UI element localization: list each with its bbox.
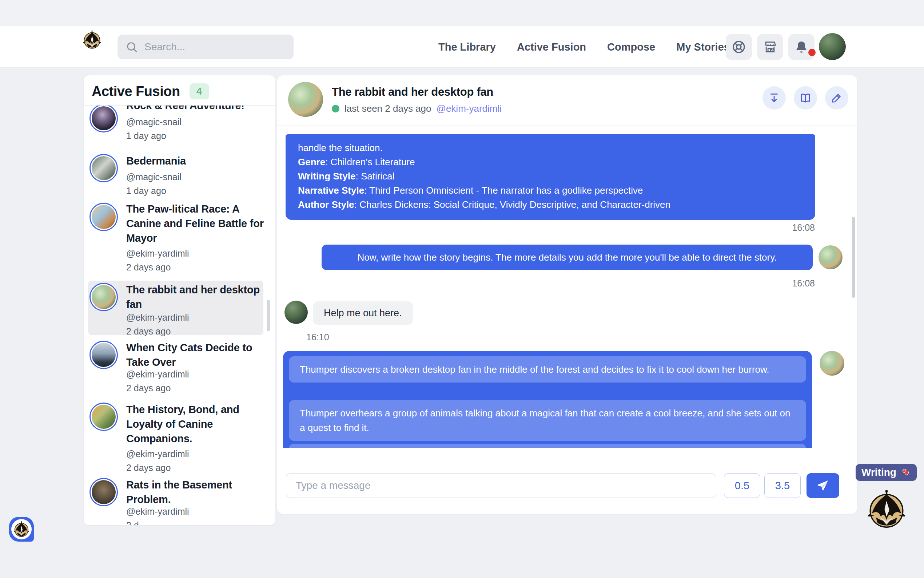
chat-status: last seen 2 days ago @ekim-yardimli <box>332 103 502 114</box>
open-book-icon <box>799 92 812 104</box>
notifications-button[interactable] <box>788 34 814 60</box>
paper-plane-icon <box>816 479 829 492</box>
temperature-high-button[interactable]: 3.5 <box>764 473 801 498</box>
message-bubble-user: Help me out here. <box>313 301 413 325</box>
story-avatar <box>89 203 118 231</box>
chat-widget-button[interactable] <box>9 517 34 542</box>
download-icon <box>768 92 780 104</box>
nav-item-my-stories[interactable]: My Stories <box>676 41 730 53</box>
sidebar-header: Active Fusion 4 <box>92 83 209 99</box>
story-user: @ekim-yardimli <box>126 248 269 259</box>
assistant-logo-button[interactable] <box>866 489 907 529</box>
message-input[interactable] <box>286 473 716 498</box>
story-time: 2 d <box>126 520 269 525</box>
timestamp: 16:08 <box>792 278 815 289</box>
message-line: Writing Style: Satirical <box>298 169 803 183</box>
story-avatar <box>89 283 118 311</box>
story-time: 2 days ago <box>126 462 269 473</box>
story-time: 2 days ago <box>126 326 269 337</box>
story-title: The Paw-litical Race: A Canine and Felin… <box>126 201 269 245</box>
sidebar-scrollbar[interactable] <box>267 300 270 331</box>
story-title: Bedermania <box>126 154 269 168</box>
user-message-avatar <box>285 300 308 324</box>
main-nav: The Library Active Fusion Compose My Sto… <box>439 26 730 68</box>
chat-title: The rabbit and her desktop fan <box>332 86 493 99</box>
chat-widget-logo <box>11 519 32 539</box>
notification-badge <box>808 49 816 56</box>
sidebar-title: Active Fusion <box>92 84 180 99</box>
temperature-low-button[interactable]: 0.5 <box>724 473 760 498</box>
message-bubble-prompt: Now, write how the story begins. The mor… <box>322 245 813 270</box>
read-story-button[interactable] <box>794 86 817 110</box>
story-time: 1 day ago <box>126 130 269 141</box>
lifebuoy-icon <box>731 40 746 54</box>
nav-item-compose[interactable]: Compose <box>607 41 655 53</box>
story-title: The rabbit and her desktop fan <box>126 283 269 312</box>
story-user: @magic-snail <box>126 171 269 182</box>
story-title: When City Cats Decide to Take Over <box>126 340 269 369</box>
story-avatar <box>89 106 118 133</box>
bell-icon <box>794 40 809 54</box>
story-user: @magic-snail <box>126 117 269 127</box>
story-avatar <box>89 403 118 431</box>
story-user: @ekim-yardimli <box>126 312 269 323</box>
story-user: @ekim-yardimli <box>126 369 269 380</box>
message-list: handle the situation. Genre: Children's … <box>277 126 857 448</box>
conversation-list: Rock & Reel Adventure! @magic-snail 1 da… <box>84 106 275 525</box>
send-button[interactable] <box>806 473 839 498</box>
message-line: handle the situation. <box>298 141 803 155</box>
story-title: Rock & Reel Adventure! <box>126 106 269 113</box>
timestamp: 16:10 <box>306 332 329 343</box>
story-title: Rats in the Basement Problem. <box>126 477 269 507</box>
bot-avatar <box>819 245 843 270</box>
search-box[interactable] <box>118 34 294 59</box>
writing-status-badge[interactable]: Writing <box>856 464 917 481</box>
conversation-count-badge: 4 <box>189 83 209 99</box>
export-button[interactable] <box>762 86 786 110</box>
search-icon <box>126 41 138 53</box>
top-navbar: The Library Active Fusion Compose My Sto… <box>0 26 924 68</box>
story-time: 2 days ago <box>126 383 269 393</box>
suggestion-option-clipped[interactable] <box>289 444 806 448</box>
chat-avatar[interactable] <box>288 82 323 117</box>
message-line: Genre: Children's Literature <box>298 155 803 169</box>
app-logo-icon <box>13 521 30 537</box>
story-title: The History, Bond, and Loyalty of Canine… <box>126 402 269 446</box>
online-dot <box>332 105 340 112</box>
nav-item-active-fusion[interactable]: Active Fusion <box>517 41 586 53</box>
conversation-sidebar: Active Fusion 4 Rock & Reel Adventure! @… <box>84 75 275 525</box>
author-link[interactable]: @ekim-yardimli <box>437 103 502 114</box>
storefront-icon <box>763 40 777 54</box>
top-strip <box>0 0 924 26</box>
user-avatar[interactable] <box>819 33 846 60</box>
suggestion-option[interactable]: Thumper overhears a group of animals tal… <box>289 400 806 441</box>
suggestions-group: Thumper discovers a broken desktop fan i… <box>283 351 812 448</box>
message-line: Author Style: Charles Dickens: Social Cr… <box>298 198 803 212</box>
writing-label: Writing <box>861 467 896 478</box>
story-avatar <box>89 478 118 506</box>
edit-button[interactable] <box>825 86 848 110</box>
hearts-icon <box>900 467 911 478</box>
timestamp: 16:08 <box>792 222 815 233</box>
story-user: @ekim-yardimli <box>126 448 269 459</box>
help-button[interactable] <box>726 34 752 60</box>
store-button[interactable] <box>757 34 783 60</box>
chat-panel: The rabbit and her desktop fan last seen… <box>277 75 857 514</box>
chat-scrollbar[interactable] <box>852 217 855 298</box>
pencil-icon <box>830 92 843 104</box>
story-time: 2 days ago <box>126 262 269 273</box>
suggestion-option[interactable]: Thumper discovers a broken desktop fan i… <box>289 356 806 383</box>
last-seen-text: last seen 2 days ago <box>345 103 432 114</box>
story-avatar <box>89 341 118 369</box>
story-time: 1 day ago <box>126 185 269 196</box>
message-line: Narrative Style: Third Person Omniscient… <box>298 183 803 198</box>
story-avatar <box>89 154 118 182</box>
app-logo-icon[interactable] <box>82 30 102 49</box>
search-input[interactable] <box>144 41 286 53</box>
bot-avatar <box>820 351 844 376</box>
story-user: @ekim-yardimli <box>126 506 269 517</box>
nav-item-the-library[interactable]: The Library <box>439 41 496 53</box>
message-bubble-story-settings: handle the situation. Genre: Children's … <box>286 134 815 220</box>
